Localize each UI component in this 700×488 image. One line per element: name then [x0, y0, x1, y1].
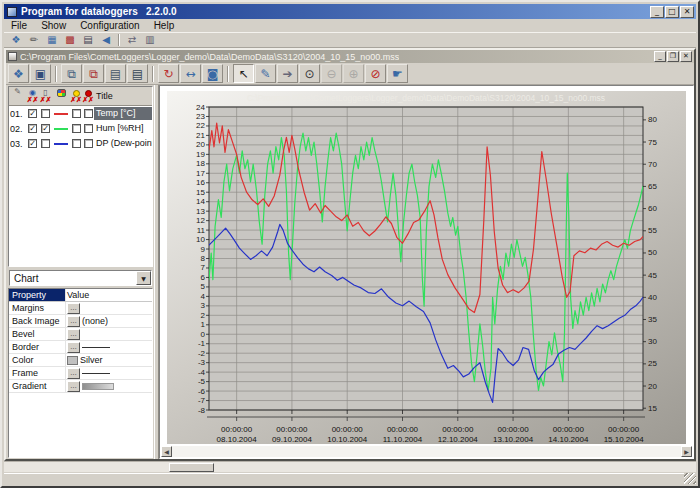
- pencil-icon-column[interactable]: ✎: [9, 87, 26, 105]
- new-document-button[interactable]: ✏: [25, 33, 43, 47]
- transfer-button[interactable]: ⇄: [123, 33, 141, 47]
- print-button[interactable]: ▤: [79, 33, 97, 47]
- channel-checkbox[interactable]: [70, 109, 82, 118]
- channel-checkbox[interactable]: [82, 139, 94, 148]
- pan-button[interactable]: ☛: [387, 64, 408, 83]
- property-row[interactable]: Gradient…: [9, 380, 152, 393]
- property-row[interactable]: Bevel…: [9, 328, 152, 341]
- menu-show[interactable]: Show: [34, 20, 73, 31]
- channel-checkbox[interactable]: ✓: [26, 139, 39, 148]
- save-button[interactable]: ▣: [30, 64, 51, 83]
- channel-row[interactable]: 01.✓Temp [°C]: [9, 106, 152, 121]
- document-minimize-button[interactable]: _: [654, 51, 666, 62]
- svg-text:3: 3: [201, 301, 206, 310]
- property-row[interactable]: Back Image…(none): [9, 315, 152, 328]
- svg-text:-2: -2: [198, 349, 206, 358]
- property-row[interactable]: Margins…: [9, 302, 152, 315]
- chevron-down-icon[interactable]: ▼: [136, 271, 151, 285]
- visible-eye-icon-column[interactable]: ◉✗✗: [26, 87, 39, 105]
- zoom-in-button[interactable]: ⊕: [343, 64, 364, 83]
- svg-text:1: 1: [201, 320, 206, 329]
- channel-title[interactable]: Hum [%RH]: [94, 122, 152, 135]
- select-cursor-button[interactable]: ↖: [233, 64, 254, 83]
- checkbox-icon: [84, 124, 93, 133]
- color-swatch[interactable]: [67, 356, 78, 365]
- channel-checkbox[interactable]: [70, 139, 82, 148]
- channel-checkbox[interactable]: [39, 109, 52, 118]
- property-row[interactable]: ColorSilver: [9, 354, 152, 367]
- connect-button[interactable]: ❖: [7, 33, 25, 47]
- toolbar-separator: [118, 34, 120, 46]
- ellipsis-button[interactable]: …: [67, 381, 80, 392]
- menu-file[interactable]: File: [4, 20, 34, 31]
- svg-text:6: 6: [201, 273, 206, 282]
- mdi-horizontal-scrollbar[interactable]: [4, 461, 696, 472]
- ellipsis-button[interactable]: …: [67, 303, 80, 314]
- channel-checkbox[interactable]: ✓: [26, 109, 39, 118]
- min-marker-icon-column[interactable]: ✗✗: [70, 87, 82, 105]
- svg-text:0: 0: [201, 330, 206, 339]
- channel-title[interactable]: Temp [°C]: [94, 107, 152, 120]
- maximize-button[interactable]: □: [665, 6, 679, 18]
- scrollbar-thumb[interactable]: [169, 463, 214, 472]
- channel-checkbox[interactable]: [82, 109, 94, 118]
- channel-checkbox[interactable]: ✓: [39, 124, 52, 133]
- property-row[interactable]: Border…: [9, 341, 152, 354]
- zoom-button[interactable]: ⊙: [299, 64, 320, 83]
- table-view-button[interactable]: ▦: [43, 33, 61, 47]
- ellipsis-button[interactable]: …: [67, 329, 80, 340]
- object-selector[interactable]: Chart ▼: [9, 270, 152, 286]
- channel-checkbox[interactable]: [39, 139, 52, 148]
- resize-grip[interactable]: [684, 473, 696, 484]
- svg-text:20: 20: [196, 140, 205, 149]
- export-button[interactable]: ◀: [97, 33, 115, 47]
- title-bar: Program for dataloggers 2.2.0.0 _□✕: [4, 4, 696, 19]
- scroll-right-icon[interactable]: ▶: [681, 446, 692, 457]
- channel-checkbox[interactable]: ✓: [26, 124, 39, 133]
- edit-icon: ✎: [260, 68, 270, 80]
- open-button[interactable]: ❖: [8, 64, 29, 83]
- menu-help[interactable]: Help: [147, 20, 182, 31]
- svg-text:08.10.2004: 08.10.2004: [217, 435, 258, 444]
- clear-all-icon[interactable]: ✗✗: [70, 97, 82, 103]
- document-restore-button[interactable]: ❐: [667, 51, 679, 62]
- object-selector-value: Chart: [14, 273, 38, 284]
- document-close-button[interactable]: ✕: [680, 51, 692, 62]
- palette-icon-column[interactable]: [52, 87, 70, 105]
- print-button[interactable]: ▤: [127, 64, 148, 83]
- edit-button[interactable]: ✎: [255, 64, 276, 83]
- right-axis-icon-column[interactable]: ▯✗✗: [39, 87, 52, 105]
- trash-button[interactable]: ▥: [141, 33, 159, 47]
- chart-canvas[interactable]: -8-7-6-5-4-3-2-1012345678910111213141516…: [167, 91, 686, 444]
- ellipsis-button[interactable]: …: [67, 368, 80, 379]
- channel-row[interactable]: 03.✓DP (Dew-point) [°C]: [9, 136, 152, 151]
- channel-checkbox[interactable]: [82, 124, 94, 133]
- menu-configuration[interactable]: Configuration: [73, 20, 146, 31]
- print-preview-button[interactable]: ▤: [105, 64, 126, 83]
- clear-all-icon[interactable]: ✗✗: [27, 97, 39, 103]
- ellipsis-button[interactable]: …: [67, 316, 80, 327]
- ellipsis-button[interactable]: …: [67, 342, 80, 353]
- tooltip-button[interactable]: ◙: [202, 64, 223, 83]
- chart-view-button[interactable]: ▩: [61, 33, 79, 47]
- max-marker-icon-column[interactable]: ✗✗: [82, 87, 94, 105]
- channel-title[interactable]: DP (Dew-point) [°C]: [94, 137, 152, 150]
- scroll-left-icon[interactable]: ◀: [161, 446, 172, 457]
- line-style-sample: [82, 347, 110, 348]
- copy-button[interactable]: ⧉: [61, 64, 82, 83]
- channel-checkbox[interactable]: [70, 124, 82, 133]
- axis-button[interactable]: ↔: [180, 64, 201, 83]
- channel-row[interactable]: 02.✓✓Hum [%RH]: [9, 121, 152, 136]
- clear-all-icon[interactable]: ✗✗: [40, 97, 52, 103]
- zoom-out-button[interactable]: ⊖: [321, 64, 342, 83]
- zoom-cancel-button[interactable]: ⊘: [365, 64, 386, 83]
- undo-button[interactable]: ↻: [158, 64, 179, 83]
- chart-scrollbar[interactable]: ◀ ▶: [161, 446, 692, 457]
- minimize-button[interactable]: _: [650, 6, 664, 18]
- property-row[interactable]: Frame…: [9, 367, 152, 380]
- clear-all-icon[interactable]: ✗✗: [82, 97, 94, 103]
- close-button[interactable]: ✕: [680, 6, 694, 18]
- checkbox-icon: [72, 109, 81, 118]
- next-page-button[interactable]: ➔: [277, 64, 298, 83]
- copy-channels-button[interactable]: ⧉: [83, 64, 104, 83]
